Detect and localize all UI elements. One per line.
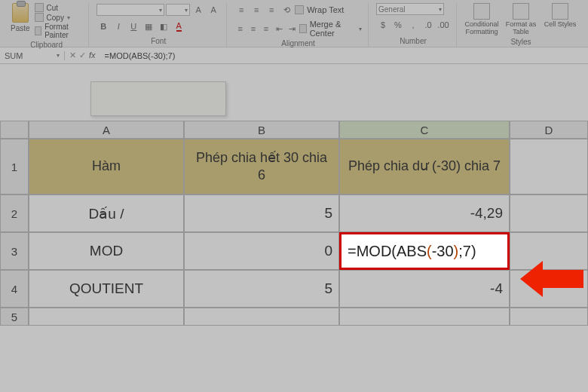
cell-c4[interactable]: -4 (339, 270, 510, 308)
group-number-label: Number (376, 37, 450, 45)
cell-b1[interactable]: Phép chia hết 30 chia 6 (184, 139, 339, 194)
fill-color-button[interactable]: ◧ (157, 20, 170, 33)
align-right-button[interactable]: ≡ (260, 22, 271, 35)
merge-center-button[interactable]: Merge & Center▾ (299, 20, 362, 38)
paste-label: Paste (11, 24, 30, 32)
formula-text-suffix: ;7) (458, 243, 476, 260)
chevron-down-icon: ▾ (57, 52, 60, 59)
align-left-button[interactable]: ≡ (234, 22, 246, 35)
cell-d2[interactable] (510, 194, 588, 232)
formula-text-inner: -30 (432, 243, 454, 260)
comma-button[interactable]: , (406, 18, 420, 32)
cell-a2[interactable]: Dấu / (29, 194, 184, 232)
bold-button[interactable]: B (96, 20, 110, 33)
group-styles: Conditional Formatting Format as Table C… (458, 3, 583, 47)
chevron-down-icon: ▾ (185, 7, 188, 14)
group-alignment: ≡ ≡ ≡ ⟲ Wrap Text ≡ ≡ ≡ ⇤ ⇥ Merge & Cent… (228, 3, 369, 47)
paste-button[interactable]: Paste (11, 3, 30, 32)
merge-icon (299, 24, 307, 33)
cell-styles-label: Cell Styles (544, 21, 577, 29)
cell-c5[interactable] (339, 308, 510, 326)
fx-button[interactable]: fx (89, 51, 96, 60)
col-header-a[interactable]: A (29, 121, 184, 139)
align-bottom-button[interactable]: ≡ (265, 3, 278, 17)
tooltip-popup (90, 81, 226, 116)
row-header-3[interactable]: 3 (0, 232, 29, 270)
name-box[interactable]: SUM ▾ (0, 51, 65, 60)
row-header-4[interactable]: 4 (0, 270, 29, 308)
cell-a1[interactable]: Hàm (29, 139, 184, 194)
cell-b3[interactable]: 0 (184, 232, 339, 270)
arrow-head-icon (520, 261, 543, 297)
table-row: 1 Hàm Phép chia hết 30 chia 6 Phép chia … (0, 139, 588, 194)
font-color-button[interactable]: A (172, 20, 185, 33)
cell-d5[interactable] (510, 308, 588, 326)
group-number: General▾ $ % , .0 .00 Number (370, 3, 457, 47)
group-font: ▾ ▾ A A B I U ▦ ◧ A Font (90, 3, 227, 47)
cell-d1[interactable] (510, 139, 588, 194)
number-format-select[interactable]: General▾ (376, 3, 444, 15)
conditional-formatting-button[interactable]: Conditional Formatting (464, 3, 499, 36)
cell-styles-icon (552, 3, 568, 20)
wrap-text-button[interactable]: Wrap Text (295, 5, 344, 14)
table-icon (513, 3, 529, 20)
ribbon-groups: Paste Cut Copy▾ Format Painter Clipboard… (0, 0, 588, 47)
merge-label: Merge & Center (310, 20, 356, 38)
table-row: 4 QOUTIENT 5 -4 (0, 270, 588, 308)
cell-a4[interactable]: QOUTIENT (29, 270, 184, 308)
format-as-table-button[interactable]: Format as Table (504, 3, 538, 36)
select-all-corner[interactable] (0, 121, 29, 139)
cond-fmt-icon (473, 3, 490, 20)
grow-font-button[interactable]: A (191, 3, 205, 17)
paren-close: ) (454, 243, 459, 260)
align-top-button[interactable]: ≡ (234, 3, 248, 17)
dec-decimal-button[interactable]: .00 (436, 18, 450, 32)
format-painter-button[interactable]: Format Painter (35, 23, 83, 39)
cell-b5[interactable] (184, 308, 339, 326)
cond-label: Conditional Formatting (464, 21, 499, 36)
cell-b4[interactable]: 5 (184, 270, 339, 308)
row-header-5[interactable]: 5 (0, 308, 29, 326)
underline-button[interactable]: U (127, 20, 140, 33)
currency-button[interactable]: $ (376, 18, 390, 32)
scissors-icon (35, 3, 44, 12)
cancel-formula-button[interactable]: ✕ (69, 51, 76, 60)
table-row: 2 Dấu / 5 -4,29 (0, 194, 588, 232)
col-header-d[interactable]: D (510, 121, 588, 139)
cell-a3[interactable]: MOD (29, 232, 184, 270)
copy-button[interactable]: Copy▾ (35, 13, 83, 22)
italic-button[interactable]: I (112, 20, 125, 33)
indent-inc-button[interactable]: ⇥ (286, 22, 298, 35)
accept-formula-button[interactable]: ✓ (79, 51, 86, 60)
arrow-stem (538, 270, 583, 288)
cell-a5[interactable] (29, 308, 184, 326)
inc-decimal-button[interactable]: .0 (421, 18, 435, 32)
chevron-down-icon: ▾ (67, 14, 70, 21)
percent-button[interactable]: % (391, 18, 405, 32)
formula-input[interactable]: =MOD(ABS(-30);7) (100, 51, 588, 60)
shrink-font-button[interactable]: A (207, 3, 220, 17)
cell-c1[interactable]: Phép chia dư (-30) chia 7 (339, 139, 510, 194)
wrap-label: Wrap Text (307, 5, 344, 14)
cell-c2[interactable]: -4,29 (339, 194, 510, 232)
font-size-select[interactable]: ▾ (166, 4, 190, 16)
cell-c3-editing[interactable]: =MOD(ABS(-30);7) (339, 232, 510, 270)
cut-button[interactable]: Cut (35, 3, 83, 12)
col-header-c[interactable]: C (339, 121, 510, 139)
row-header-2[interactable]: 2 (0, 194, 29, 232)
cut-label: Cut (47, 4, 59, 12)
orientation-button[interactable]: ⟲ (280, 3, 293, 17)
cell-b2[interactable]: 5 (184, 194, 339, 232)
row-header-1[interactable]: 1 (0, 139, 29, 194)
cell-styles-button[interactable]: Cell Styles (543, 3, 577, 29)
col-header-b[interactable]: B (184, 121, 339, 139)
paren-open: ( (427, 243, 432, 260)
align-center-button[interactable]: ≡ (247, 22, 259, 35)
align-middle-button[interactable]: ≡ (250, 3, 263, 17)
border-button[interactable]: ▦ (142, 20, 155, 33)
table-row: 3 MOD 0 =MOD(ABS(-30);7) (0, 232, 588, 270)
font-family-select[interactable]: ▾ (96, 4, 164, 16)
fmt-table-label: Format as Table (504, 21, 538, 36)
indent-dec-button[interactable]: ⇤ (274, 22, 285, 35)
number-format-label: General (378, 5, 406, 14)
